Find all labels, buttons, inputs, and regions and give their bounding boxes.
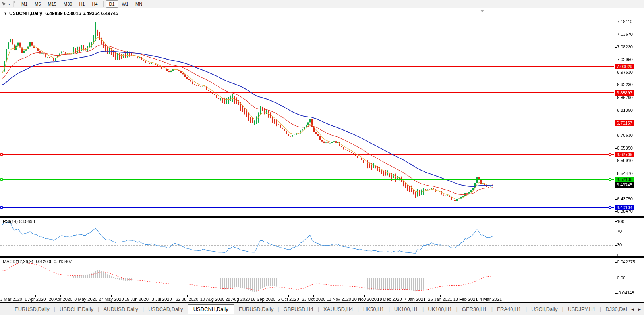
symbol-tab[interactable]: XAUUSD,H4 xyxy=(319,304,357,314)
price-axis-tick: 6.92230 xyxy=(617,82,633,87)
macd-axis-tick: -0.04148 xyxy=(617,290,634,295)
time-axis-label: 15 Jun 2020 xyxy=(124,297,149,302)
time-axis-label: 18 Dec 2020 xyxy=(377,297,402,302)
timeframe-toolbar: ▾ M1 M5 M15 M30 H1 H4 D1 W1 MN xyxy=(0,0,644,8)
toolbar-separator xyxy=(103,1,104,7)
time-axis-label: 28 Aug 2020 xyxy=(225,297,250,302)
macd-axis-tick: 0.042275 xyxy=(617,259,635,264)
time-axis-label: 3 Jul 2020 xyxy=(152,297,172,302)
timeframe-h1-button[interactable]: H1 xyxy=(76,0,88,8)
price-axis-tick: 6.54470 xyxy=(617,171,633,176)
toolbar-grip[interactable] xyxy=(13,1,15,7)
price-axis-tick: 7.19110 xyxy=(617,19,632,24)
symbol-tab[interactable]: FRA40,H1 xyxy=(493,304,526,314)
time-axis-label: 16 Sep 2020 xyxy=(251,297,275,302)
price-axis-tick: 6.97510 xyxy=(617,70,633,75)
price-chart-canvas[interactable] xyxy=(0,0,644,315)
collapse-caret-icon[interactable]: ▼ xyxy=(4,12,7,15)
rsi-axis-tick: 30 xyxy=(617,242,622,247)
time-axis-label: 7 Jan 2021 xyxy=(404,297,425,302)
price-axis-tick: 6.65350 xyxy=(617,146,633,150)
time-axis-label: 8 May 2020 xyxy=(74,297,97,302)
symbol-tab[interactable]: UK100,H1 xyxy=(424,304,456,314)
symbol-tab-active[interactable]: USDCNH,Daily xyxy=(188,304,234,314)
timeframe-m5-button[interactable]: M5 xyxy=(31,0,44,8)
price-axis-tick: 6.70630 xyxy=(617,133,633,138)
symbol-tab[interactable]: USOil,Daily xyxy=(527,304,562,314)
tool-dropdown-caret-icon[interactable]: ▾ xyxy=(8,2,10,6)
time-axis-label: 26 Jan 2021 xyxy=(428,297,453,302)
chart-ohlc-values: 6.49839 6.50016 6.49364 6.49745 xyxy=(45,11,118,16)
time-axis-label: 22 Jul 2020 xyxy=(176,297,198,302)
price-line-label: 6.62709 xyxy=(615,152,634,157)
price-axis-tick: 6.86790 xyxy=(617,95,633,100)
time-axis-label: 30 Nov 2020 xyxy=(352,297,377,302)
price-axis-tick: 7.08230 xyxy=(617,44,633,49)
tab-scroll-right-icon[interactable]: ► xyxy=(638,307,642,311)
time-axis-label: 4 Mar 2021 xyxy=(480,297,502,302)
price-axis-tick: 7.02950 xyxy=(617,57,633,62)
tab-scroll-arrows: ◄ ► xyxy=(627,303,644,315)
price-line-label: 6.40104 xyxy=(615,205,634,210)
chart-legend: ▼USDCNH,Daily6.49839 6.50016 6.49364 6.4… xyxy=(4,11,118,16)
price-axis-tick: 6.43750 xyxy=(617,196,633,201)
symbol-tab[interactable]: USDCHF,Daily xyxy=(55,304,98,314)
price-line-label: 6.88897 xyxy=(615,90,634,96)
timeframe-w1-button[interactable]: W1 xyxy=(119,0,132,8)
toolbar-separator xyxy=(148,1,148,7)
symbol-tab[interactable]: HK50,H1 xyxy=(359,304,389,314)
symbol-tab[interactable]: GBPUSD,H4 xyxy=(279,304,318,314)
time-axis-label: 27 May 2020 xyxy=(99,297,124,302)
time-axis-label: 11 Nov 2020 xyxy=(327,297,351,302)
symbol-tab[interactable]: EURUSD,Daily xyxy=(234,304,278,314)
rsi-axis-tick: 100 xyxy=(617,219,624,224)
symbol-tab[interactable]: EURUSD,Daily xyxy=(10,304,54,314)
rsi-axis-tick: 70 xyxy=(617,229,622,234)
timeframe-h4-button[interactable]: H4 xyxy=(89,0,101,8)
time-axis-label: 10 Aug 2020 xyxy=(200,297,225,302)
symbol-tab[interactable]: GER30,H1 xyxy=(458,304,491,314)
price-line-label: 6.76157 xyxy=(615,120,634,126)
price-axis-tick: 7.13670 xyxy=(617,32,633,36)
macd-indicator-label: MACD(12,26,9) 0.012008 0.013407 xyxy=(3,259,72,264)
symbol-tab-bar: EURUSD,Daily|USDCHF,Daily|AUDUSD,Daily|U… xyxy=(0,303,644,315)
time-axis-label: 20 Apr 2020 xyxy=(49,297,72,302)
time-axis-label: 13 Mar 2020 xyxy=(0,297,22,302)
chart-symbol-period: USDCNH,Daily xyxy=(9,11,42,16)
price-axis-tick: 6.59910 xyxy=(617,158,633,163)
tab-scroll-left-icon[interactable]: ◄ xyxy=(630,307,634,311)
price-line-label: 6.52138 xyxy=(615,177,634,182)
timeframe-d1-button[interactable]: D1 xyxy=(106,0,118,8)
symbol-tab[interactable]: AUDUSD,Daily xyxy=(99,304,142,314)
rsi-indicator-label: RSI(14) 53.5698 xyxy=(3,219,35,224)
time-axis-label: 1 Apr 2020 xyxy=(25,297,46,302)
mt4-terminal: { "icons": { "collapse_caret": "▼", "too… xyxy=(0,0,644,315)
time-axis-label: 23 Oct 2020 xyxy=(302,297,325,302)
timeframe-m1-button[interactable]: M1 xyxy=(18,0,31,8)
symbol-tab[interactable]: USDCAD,Daily xyxy=(144,304,187,314)
timeframe-mn-button[interactable]: MN xyxy=(132,0,145,8)
price-axis-tick: 6.81350 xyxy=(617,108,633,113)
symbol-tab[interactable]: USDJPY,H1 xyxy=(563,304,600,314)
time-axis-label: 5 Oct 2020 xyxy=(278,297,299,302)
macd-axis-tick: 0.00 xyxy=(617,275,625,280)
price-line-label: 6.49745 xyxy=(615,182,634,188)
crosshair-tool-icon[interactable] xyxy=(2,2,7,7)
price-line-label: 7.00029 xyxy=(615,64,634,69)
time-axis-label: 13 Feb 2021 xyxy=(453,297,478,302)
timeframe-m15-button[interactable]: M15 xyxy=(45,0,60,8)
chart-shift-marker-icon[interactable] xyxy=(480,10,485,12)
rsi-axis-tick: 0 xyxy=(617,253,619,257)
timeframe-m30-button[interactable]: M30 xyxy=(60,0,75,8)
symbol-tab[interactable]: UK100,H1 xyxy=(390,304,422,314)
